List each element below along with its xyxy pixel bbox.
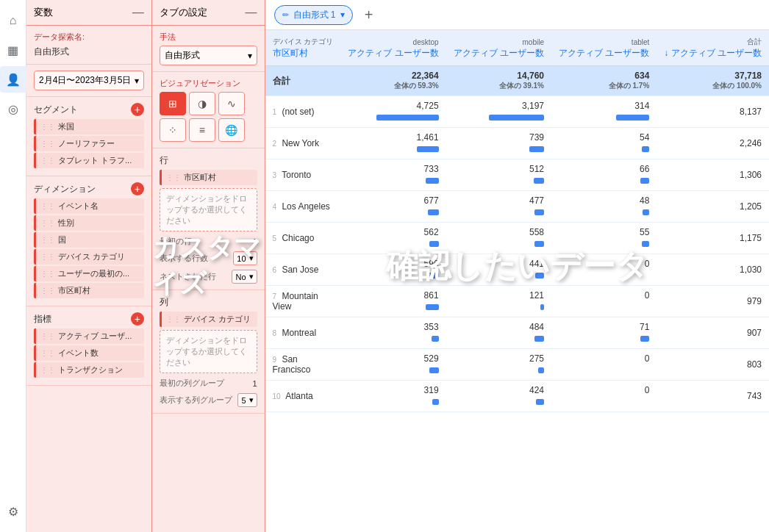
show-col-groups-chevron-icon: ▾ xyxy=(249,395,254,405)
dimension-item-3[interactable]: ⋮⋮ デバイス カテゴリ xyxy=(34,249,144,265)
variables-title: 変数 xyxy=(34,6,53,19)
data-table-wrapper[interactable]: デバイス カテゴリ 市区町村 desktop アクティブ ユーザー数 mobil… xyxy=(265,30,769,532)
cell-tablet: 55 xyxy=(551,223,657,254)
drag-handle-icon: ⋮⋮ xyxy=(40,332,55,340)
tab-label: 自由形式 1 xyxy=(293,9,336,21)
col-header-city[interactable]: デバイス カテゴリ 市区町村 xyxy=(265,30,341,66)
chart-icon[interactable]: ▦ xyxy=(0,37,26,63)
table-row: 2 New York 1,461 739 54 2,246 xyxy=(265,128,769,159)
show-col-groups-dropdown[interactable]: 5 ▾ xyxy=(237,393,257,407)
total-row: 合計 22,364 全体の 59.3% 14,760 全体の 39.1% 634 xyxy=(265,66,769,96)
cell-mobile: 424 xyxy=(446,381,551,412)
metrics-item-2[interactable]: ⋮⋮ トランザクション xyxy=(34,362,144,378)
show-rows-dropdown[interactable]: 10 ▾ xyxy=(233,251,257,265)
home-icon[interactable]: ⌂ xyxy=(0,7,26,34)
cell-tablet: 66 xyxy=(551,159,657,191)
segment-section: セグメント + ⋮⋮ 米国 ⋮⋮ ノーリファラー ⋮⋮ タブレット トラフ... xyxy=(26,97,151,176)
cell-tablet: 0 xyxy=(551,381,657,412)
drag-handle-icon: ⋮⋮ xyxy=(40,366,55,374)
drag-handle-icon: ⋮⋮ xyxy=(166,315,181,323)
segment-title: セグメント xyxy=(34,104,78,116)
segment-item-0[interactable]: ⋮⋮ 米国 xyxy=(34,119,144,134)
data-source-value: 自由形式 xyxy=(34,46,144,58)
person-icon[interactable]: 👤 xyxy=(0,66,26,93)
funnel-viz-btn[interactable]: ≡ xyxy=(189,118,215,142)
rows-city-chip[interactable]: ⋮⋮ 市区町村 xyxy=(160,170,257,185)
cell-total: 1,306 xyxy=(657,159,769,191)
data-table: デバイス カテゴリ 市区町村 desktop アクティブ ユーザー数 mobil… xyxy=(265,30,769,412)
metrics-item-0[interactable]: ⋮⋮ アクティブ ユーザ... xyxy=(34,328,144,344)
tab-freeform-1[interactable]: ✏ 自由形式 1 ▾ xyxy=(274,5,353,25)
cell-mobile: 477 xyxy=(446,191,551,223)
cell-city: 3 Toronto xyxy=(265,159,341,191)
add-tab-btn[interactable]: + xyxy=(359,4,379,25)
cell-tablet: 71 xyxy=(551,317,657,349)
cell-total: 1,030 xyxy=(657,254,769,286)
cell-city: 2 New York xyxy=(265,128,341,159)
cell-tablet: 314 xyxy=(551,96,657,128)
columns-section: 列 ⋮⋮ デバイス カテゴリ ディメンションをドロップするか選択してください 最… xyxy=(152,290,265,414)
table-row: 1 (not set) 4,725 3,197 314 8,137 xyxy=(265,96,769,128)
first-row-field: 最初の行 1 xyxy=(160,236,257,247)
method-dropdown[interactable]: 自由形式 ▾ xyxy=(160,46,257,65)
line-viz-btn[interactable]: ∿ xyxy=(218,92,245,115)
total-mobile: 14,760 全体の 39.1% xyxy=(446,66,551,96)
drag-handle-icon: ⋮⋮ xyxy=(40,123,55,131)
cell-total: 1,175 xyxy=(657,223,769,254)
scatter-viz-btn[interactable]: ⁘ xyxy=(160,118,186,142)
cell-city: 4 Los Angeles xyxy=(265,191,341,223)
show-rows-field: 表示する行数 10 ▾ xyxy=(160,251,257,265)
metrics-add-btn[interactable]: + xyxy=(131,312,144,326)
tab-settings-minimize-btn[interactable]: — xyxy=(246,7,257,18)
cell-mobile: 484 xyxy=(446,317,551,349)
metrics-item-1[interactable]: ⋮⋮ イベント数 xyxy=(34,345,144,361)
custom-dropdown[interactable]: 2月4日〜2023年3月5日 ▾ xyxy=(34,71,144,90)
grid-viz-btn[interactable]: ⊞ xyxy=(160,92,186,115)
cell-total: 743 xyxy=(657,381,769,412)
tab-settings-panel: カスタマイズ タブの設定 — 手法 自由形式 ▾ ビジュアリゼーション ⊞ ◑ … xyxy=(152,0,265,532)
dimension-item-0[interactable]: ⋮⋮ イベント名 xyxy=(34,198,144,214)
cell-tablet: 0 xyxy=(551,254,657,286)
col-header-total[interactable]: 合計 ↓ アクティブ ユーザー数 xyxy=(657,30,769,66)
cell-desktop: 353 xyxy=(340,317,446,349)
columns-device-chip[interactable]: ⋮⋮ デバイス カテゴリ xyxy=(160,312,257,327)
left-navigation: ⌂ ▦ 👤 ◎ ⚙ xyxy=(0,0,26,532)
drag-handle-icon: ⋮⋮ xyxy=(40,140,55,148)
drag-handle-icon: ⋮⋮ xyxy=(40,270,55,278)
tab-settings-header: タブの設定 — xyxy=(152,0,265,26)
cell-desktop: 319 xyxy=(340,381,446,412)
nested-rows-field: ネストされた行 No ▾ xyxy=(160,270,257,284)
data-source-section: データ探索名: 自由形式 xyxy=(26,26,151,65)
segment-item-1[interactable]: ⋮⋮ ノーリファラー xyxy=(34,136,144,151)
target-icon[interactable]: ◎ xyxy=(0,96,26,122)
segment-item-2[interactable]: ⋮⋮ タブレット トラフ... xyxy=(34,153,144,168)
col-header-desktop[interactable]: desktop アクティブ ユーザー数 xyxy=(340,30,446,66)
columns-drop-area[interactable]: ディメンションをドロップするか選択してください xyxy=(160,330,257,373)
first-row-value: 1 xyxy=(252,237,257,246)
cell-total: 2,246 xyxy=(657,128,769,159)
first-col-group-field: 最初の列グループ 1 xyxy=(160,378,257,389)
segment-add-btn[interactable]: + xyxy=(131,103,144,116)
cell-total: 803 xyxy=(657,349,769,381)
viz-buttons-group: ⊞ ◑ ∿ ⁘ ≡ 🌐 xyxy=(160,92,257,142)
visualization-section: ビジュアリゼーション ⊞ ◑ ∿ ⁘ ≡ 🌐 xyxy=(152,72,265,148)
dimension-item-2[interactable]: ⋮⋮ 国 xyxy=(34,232,144,248)
nested-rows-dropdown[interactable]: No ▾ xyxy=(232,270,257,284)
data-source-label: データ探索名: xyxy=(34,32,144,43)
donut-viz-btn[interactable]: ◑ xyxy=(189,92,215,115)
dimension-item-1[interactable]: ⋮⋮ 性別 xyxy=(34,215,144,231)
col-header-mobile[interactable]: mobile アクティブ ユーザー数 xyxy=(446,30,551,66)
dimension-item-4[interactable]: ⋮⋮ ユーザーの最初の... xyxy=(34,266,144,281)
col-header-tablet[interactable]: tablet アクティブ ユーザー数 xyxy=(551,30,657,66)
settings-icon[interactable]: ⚙ xyxy=(0,498,26,525)
variables-minimize-btn[interactable]: — xyxy=(132,7,144,18)
method-chevron-icon: ▾ xyxy=(248,51,252,61)
dimension-add-btn[interactable]: + xyxy=(131,182,144,195)
table-row: 9 San Francisco 529 275 0 803 xyxy=(265,349,769,381)
tab-dropdown-icon: ▾ xyxy=(340,10,345,20)
tab-settings-title: タブの設定 xyxy=(160,6,207,19)
dimension-item-5[interactable]: ⋮⋮ 市区町村 xyxy=(34,283,144,298)
rows-drop-area[interactable]: ディメンションをドロップするか選択してください xyxy=(160,188,257,231)
drag-handle-icon: ⋮⋮ xyxy=(40,253,55,261)
globe-viz-btn[interactable]: 🌐 xyxy=(218,118,245,142)
